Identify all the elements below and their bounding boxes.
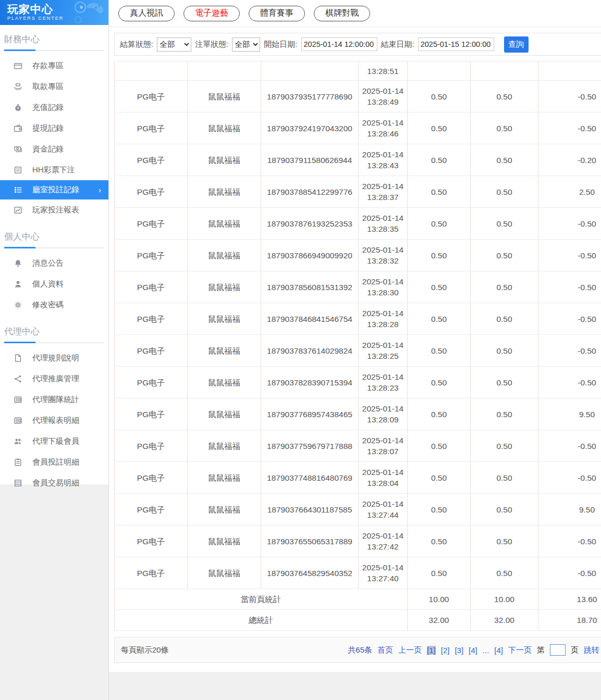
sidebar-item[interactable]: ¥充值記錄 xyxy=(0,97,108,118)
valid-bet-cell: 0.50 xyxy=(471,335,538,367)
platform-cell: PG电子 xyxy=(115,494,188,526)
platform-cell: PG电子 xyxy=(115,271,188,303)
start-date-label: 開始日期: xyxy=(264,40,297,49)
platform-cell: PG电子 xyxy=(115,430,188,462)
sidebar-section-title: 個人中心 xyxy=(4,222,104,248)
page-number-link[interactable]: [2] xyxy=(441,646,450,655)
sidebar-item[interactable]: 代理下級會員 xyxy=(0,431,108,452)
profile-user-icon xyxy=(14,280,22,289)
page-jump-input[interactable] xyxy=(550,644,566,656)
settlement-status-select[interactable]: 全部 xyxy=(157,38,191,52)
page-number-link[interactable]: [4] xyxy=(494,646,503,655)
tab[interactable]: 棋牌對戰 xyxy=(314,6,370,21)
win-loss-cell: -0.50 xyxy=(538,240,601,271)
sidebar-item[interactable]: 代理規則說明 xyxy=(0,347,108,368)
game-cell: 鼠鼠福福 xyxy=(188,303,261,335)
jump-button[interactable]: 跳转 xyxy=(584,645,599,655)
platform-cell: PG电子 xyxy=(115,526,188,557)
sidebar-item-label: HH彩票下注 xyxy=(32,165,75,175)
sidebar-item-label: 會員交易明細 xyxy=(32,478,79,488)
sidebar-item[interactable]: 代理報表明細 xyxy=(0,410,108,431)
current-page-number[interactable]: [1] xyxy=(427,646,436,655)
order-status-select[interactable]: 全部 xyxy=(232,38,260,52)
win-loss-cell: -0.50 xyxy=(538,430,601,462)
sidebar-item[interactable]: 會員投註明細 xyxy=(0,452,108,472)
page-number-link[interactable]: [3] xyxy=(455,646,463,655)
sidebar-item[interactable]: 代理推廣管理 xyxy=(0,368,108,389)
agent-rules-file-icon xyxy=(14,354,22,362)
order-id-cell: 1879037759679717888 xyxy=(261,430,359,462)
time-cell: 2025-01-1413:28:07 xyxy=(359,430,408,462)
prev-page-link[interactable]: 上一页 xyxy=(398,645,422,655)
table-row: PG电子鼠鼠福福18790378761932523532025-01-1413:… xyxy=(115,208,601,240)
end-date-label: 結束日期: xyxy=(381,40,414,49)
bet-cell: 0.50 xyxy=(408,240,471,271)
game-category-tabs: 真人視訊電子遊藝體育賽事棋牌對戰 xyxy=(109,0,601,27)
order-id-cell: 1879037924197043200 xyxy=(261,113,359,144)
page-number-link[interactable]: [4] xyxy=(469,646,477,655)
table-row: PG电子鼠鼠福福18790379115806269442025-01-1413:… xyxy=(115,144,601,176)
sidebar-item-label: 資金記錄 xyxy=(32,144,64,154)
first-page-link[interactable]: 首页 xyxy=(377,645,393,655)
valid-bet-cell: 0.50 xyxy=(471,367,538,398)
game-cell: 鼠鼠福福 xyxy=(188,462,261,494)
bet-cell: 0.50 xyxy=(408,208,471,240)
sidebar-item[interactable]: 存款專區 xyxy=(0,55,108,76)
sidebar-item[interactable]: 代理團隊統計 xyxy=(0,389,108,410)
sidebar-item[interactable]: 會員交易明細 xyxy=(0,472,108,493)
tab[interactable]: 電子遊藝 xyxy=(183,6,240,21)
sidebar-item-label: 代理規則說明 xyxy=(32,353,79,363)
bet-cell: 0.50 xyxy=(408,494,471,526)
order-id-cell: 1879037866949009920 xyxy=(261,240,359,271)
sidebar-item[interactable]: 個人資料 xyxy=(0,273,108,294)
jump-prefix-label: 第 xyxy=(537,645,545,655)
lottery-doc-icon xyxy=(14,166,22,174)
bet-cell: 0.50 xyxy=(408,462,471,494)
sidebar-item-label: 代理下級會員 xyxy=(32,436,79,446)
sidebar-section-title: 代理中心 xyxy=(4,317,104,343)
win-loss-cell: -0.50 xyxy=(538,81,601,113)
order-id-cell: 1879037645829540352 xyxy=(261,557,359,589)
platform-cell: PG电子 xyxy=(115,176,188,208)
bet-cell xyxy=(408,61,471,81)
sidebar-item[interactable]: 修改密碼 xyxy=(0,294,108,315)
valid-bet-cell: 0.50 xyxy=(471,113,538,144)
end-date-input[interactable] xyxy=(418,38,494,51)
player-report-chart-icon xyxy=(14,206,22,215)
win-loss-cell: -0.50 xyxy=(538,208,601,240)
next-page-link[interactable]: 下一页 xyxy=(508,645,532,655)
sidebar-item[interactable]: 資金記錄 xyxy=(0,139,108,159)
sidebar-item[interactable]: HH彩票下注 xyxy=(0,159,108,180)
sidebar-item[interactable]: 消息公告 xyxy=(0,253,108,273)
time-cell: 2025-01-1413:28:25 xyxy=(359,335,408,367)
table-row: PG电子鼠鼠福福18790378468415467542025-01-1413:… xyxy=(115,303,601,335)
start-date-input[interactable] xyxy=(301,38,377,51)
sidebar-item-label: 代理報表明細 xyxy=(32,416,79,426)
time-cell: 2025-01-1413:28:23 xyxy=(359,367,408,398)
time-cell: 2025-01-1413:28:28 xyxy=(359,303,408,335)
order-id-cell: 1879037885412299776 xyxy=(261,176,359,208)
order-id-cell: 1879037846841546754 xyxy=(261,303,359,335)
tab[interactable]: 體育賽事 xyxy=(249,6,305,21)
sidebar-item[interactable]: 提現記錄 xyxy=(0,118,108,139)
bet-cell: 0.50 xyxy=(408,430,471,462)
game-cell: 鼠鼠福福 xyxy=(188,367,261,398)
sidebar-item-label: 修改密碼 xyxy=(32,300,64,310)
search-button[interactable]: 查詢 xyxy=(504,36,529,53)
table-row: PG电子鼠鼠福福18790378669490099202025-01-1413:… xyxy=(115,240,601,271)
tab[interactable]: 真人視訊 xyxy=(118,6,175,21)
sidebar-item[interactable]: 取款專區 xyxy=(0,76,108,97)
win-loss-cell: -0.50 xyxy=(538,462,601,494)
total-summary-valid-bet: 32.00 xyxy=(471,610,538,631)
funds-money-icon xyxy=(14,145,22,154)
sidebar-item-label: 玩家投注報表 xyxy=(32,205,79,215)
sidebar-item[interactable]: 玩家投注報表 xyxy=(0,199,108,220)
win-loss-cell: 9.50 xyxy=(538,494,601,526)
sidebar-item[interactable]: 廳室投註記錄› xyxy=(0,180,108,199)
table-row: PG电子鼠鼠福福18790378283907153942025-01-1413:… xyxy=(115,367,601,398)
agent-report-news-icon xyxy=(14,416,22,425)
sidebar-section-title: 財務中心 xyxy=(4,25,104,51)
platform-cell: PG电子 xyxy=(115,81,188,113)
page-number-link[interactable]: ... xyxy=(483,646,489,655)
game-cell: 鼠鼠福福 xyxy=(188,208,261,240)
